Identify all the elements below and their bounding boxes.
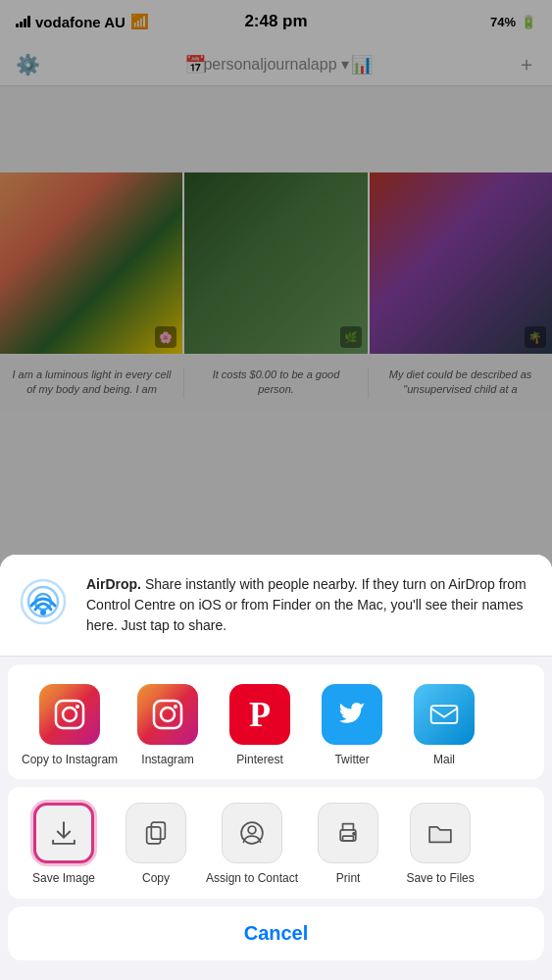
print-label: Print — [336, 871, 361, 887]
share-sheet: AirDrop. Share instantly with people nea… — [0, 555, 552, 980]
copy-to-instagram-icon — [39, 684, 100, 745]
print-icon — [318, 803, 378, 863]
svg-point-14 — [248, 826, 256, 834]
airdrop-description: AirDrop. Share instantly with people nea… — [86, 574, 536, 636]
action-print[interactable]: Print — [304, 799, 392, 891]
svg-rect-12 — [147, 827, 161, 844]
actions-section: Save Image Copy — [8, 787, 544, 899]
apps-section: Copy to Instagram Instagram P Pinterest — [8, 664, 544, 780]
mail-icon — [414, 684, 475, 745]
svg-rect-7 — [154, 701, 181, 728]
svg-rect-16 — [343, 837, 354, 842]
save-to-files-icon — [410, 803, 471, 863]
svg-rect-4 — [56, 701, 83, 728]
svg-point-3 — [40, 610, 46, 615]
assign-to-contact-label: Assign to Contact — [206, 871, 298, 887]
pinterest-label: Pinterest — [236, 753, 282, 768]
svg-rect-10 — [431, 706, 458, 723]
save-to-files-label: Save to Files — [406, 871, 474, 887]
twitter-icon — [322, 684, 382, 745]
save-image-icon — [33, 803, 94, 863]
save-image-label: Save Image — [32, 871, 95, 887]
instagram-icon — [137, 684, 198, 745]
svg-point-17 — [353, 833, 355, 835]
action-save-image[interactable]: Save Image — [20, 799, 108, 891]
app-twitter[interactable]: Twitter — [308, 680, 396, 772]
action-save-to-files[interactable]: Save to Files — [396, 799, 484, 891]
svg-point-8 — [161, 708, 175, 721]
apps-row: Copy to Instagram Instagram P Pinterest — [8, 680, 544, 772]
pinterest-p: P — [249, 694, 271, 735]
svg-point-5 — [63, 708, 76, 721]
mail-label: Mail — [433, 753, 455, 768]
copy-label: Copy — [142, 871, 170, 887]
airdrop-icon — [16, 574, 71, 629]
svg-rect-11 — [151, 823, 165, 840]
copy-to-instagram-label: Copy to Instagram — [22, 753, 118, 768]
instagram-label: Instagram — [141, 753, 193, 768]
cancel-button[interactable]: Cancel — [8, 906, 544, 960]
app-mail[interactable]: Mail — [400, 680, 488, 772]
app-instagram[interactable]: Instagram — [124, 680, 212, 772]
app-pinterest[interactable]: P Pinterest — [216, 680, 304, 772]
twitter-label: Twitter — [334, 753, 369, 768]
pinterest-icon: P — [229, 684, 290, 745]
action-copy[interactable]: Copy — [112, 799, 200, 891]
assign-to-contact-icon — [222, 803, 282, 863]
airdrop-section: AirDrop. Share instantly with people nea… — [0, 555, 552, 657]
copy-icon — [125, 803, 186, 863]
action-assign-to-contact[interactable]: Assign to Contact — [204, 799, 300, 891]
cancel-section: Cancel — [8, 906, 544, 960]
app-copy-to-instagram[interactable]: Copy to Instagram — [20, 680, 120, 772]
svg-point-9 — [174, 705, 177, 709]
svg-point-6 — [75, 705, 79, 709]
actions-row: Save Image Copy — [8, 799, 544, 891]
